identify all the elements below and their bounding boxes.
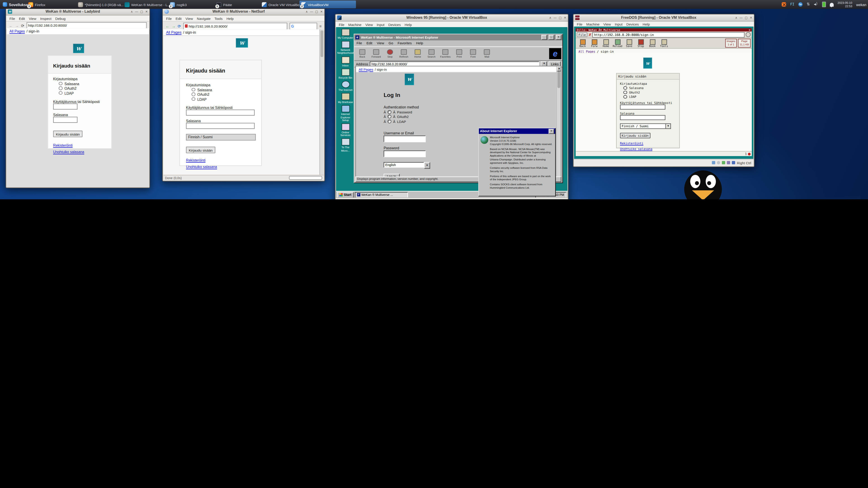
auth-method-radio[interactable]: ÂÂPassword bbox=[383, 110, 561, 113]
breadcrumb-all-pages[interactable]: All Pages bbox=[579, 50, 595, 53]
taskbar-button-gimp[interactable]: *[Nimetön]-1.0 (RGB-vä... bbox=[76, 0, 124, 8]
maximize-icon[interactable]: ▢ bbox=[745, 16, 747, 20]
menu-item[interactable]: Help bbox=[416, 41, 423, 46]
back-icon[interactable]: ← bbox=[165, 24, 169, 28]
menu-item[interactable]: Devices bbox=[388, 23, 401, 26]
ie-toolbar-button[interactable]: Stop bbox=[383, 49, 397, 58]
close-icon[interactable]: ✕ bbox=[750, 16, 752, 20]
forgot-password-link[interactable]: Unohtuiko salasana bbox=[53, 150, 106, 153]
language-select[interactable]: English ▼ bbox=[383, 162, 430, 168]
register-link[interactable]: Rekisteröinti bbox=[53, 143, 106, 147]
dillo-toolbar-button[interactable]: Reload bbox=[612, 39, 623, 47]
password-input[interactable] bbox=[383, 150, 426, 157]
dillo-toolbar-button[interactable]: Home bbox=[600, 39, 612, 47]
minimize-icon[interactable]: _ bbox=[541, 35, 547, 40]
user-menu[interactable]: wekan bbox=[856, 2, 866, 6]
start-button[interactable]: Start bbox=[337, 192, 353, 198]
ie-toolbar-button[interactable]: Home bbox=[411, 49, 425, 58]
hamburger-icon[interactable]: ≡ bbox=[319, 24, 322, 28]
username-input[interactable] bbox=[383, 135, 426, 142]
url-bar[interactable]: http://192.168.0.20:8000/sign-in bbox=[592, 32, 745, 37]
back-icon[interactable]: ← bbox=[9, 24, 13, 27]
menu-item[interactable]: File bbox=[339, 23, 344, 26]
menu-item[interactable]: File bbox=[356, 41, 362, 46]
keyboard-layout-indicator[interactable]: FI bbox=[790, 2, 795, 7]
close-icon[interactable]: ✕ bbox=[564, 16, 566, 20]
auth-method-radio[interactable]: Salasana bbox=[191, 88, 255, 92]
menu-item[interactable]: Help bbox=[226, 16, 234, 20]
notification-bell-icon[interactable] bbox=[830, 2, 834, 6]
shade-icon[interactable]: ∧ bbox=[131, 10, 133, 13]
ie-toolbar-button[interactable]: Mail bbox=[480, 49, 494, 58]
menu-item[interactable]: Edit bbox=[176, 16, 182, 20]
dillo-file-button[interactable]: File bbox=[577, 32, 587, 37]
search-icon[interactable] bbox=[746, 32, 751, 37]
shade-icon[interactable]: ∧ bbox=[306, 10, 308, 13]
menu-item[interactable]: File bbox=[166, 16, 172, 20]
auth-method-radio[interactable]: LDAP bbox=[59, 91, 106, 95]
ie-toolbar-button[interactable]: Refresh bbox=[397, 49, 411, 58]
dillo-titlebar[interactable]: Dillo: WeKan Â® Multiverse ✕ bbox=[576, 28, 752, 32]
minimize-icon[interactable]: — bbox=[310, 10, 313, 13]
username-input[interactable] bbox=[620, 105, 665, 109]
close-icon[interactable]: ✕ bbox=[320, 10, 323, 13]
url-bar[interactable]: http://192.168.0.20:8000/ bbox=[26, 22, 147, 29]
menu-item[interactable]: Machine bbox=[586, 22, 599, 26]
close-icon[interactable]: × bbox=[549, 129, 554, 133]
ie-titlebar[interactable]: e WeKan ® Multiverse - Microsoft Interne… bbox=[354, 34, 562, 40]
auth-method-radio[interactable]: LDAP bbox=[191, 97, 255, 101]
win95-desktop-icon[interactable]: Network Neighborhood bbox=[337, 41, 353, 55]
username-input[interactable] bbox=[186, 109, 255, 116]
ie-toolbar-button[interactable]: Print bbox=[452, 49, 466, 58]
minimize-icon[interactable]: — bbox=[135, 10, 138, 13]
scrollbar[interactable]: ▲ bbox=[556, 66, 561, 176]
taskbar-button-nsgtk3[interactable]: 2 nsgtk3 bbox=[168, 0, 216, 8]
auth-method-radio[interactable]: OAuth2 bbox=[59, 86, 106, 90]
ie-toolbar-button[interactable]: Forward bbox=[369, 49, 383, 58]
forgot-password-link[interactable]: Unohtuiko salasana bbox=[186, 165, 255, 168]
maximize-icon[interactable]: □ bbox=[549, 35, 554, 40]
menu-item[interactable]: Input bbox=[377, 23, 384, 26]
clock[interactable]: 2023-05-1022:53 bbox=[837, 1, 852, 8]
stop-x-icon[interactable]: ✗ bbox=[589, 33, 591, 36]
win95-desktop-icon[interactable]: The Internet bbox=[337, 81, 353, 92]
taskbar-button-firefox[interactable]: 3 Firefox bbox=[27, 0, 78, 8]
maximize-icon[interactable]: ▢ bbox=[141, 10, 143, 13]
notification-app-icon[interactable] bbox=[782, 2, 786, 7]
breadcrumb-all-pages[interactable]: All Pages bbox=[359, 67, 373, 71]
register-link[interactable]: Rekisteröinti bbox=[620, 142, 676, 145]
language-select[interactable]: Finnish / Suomi bbox=[186, 133, 256, 140]
menu-item[interactable]: File bbox=[577, 22, 583, 26]
password-input[interactable] bbox=[620, 115, 665, 120]
search-box[interactable]: G bbox=[289, 22, 317, 30]
menu-item[interactable]: Tools bbox=[215, 16, 223, 20]
volume-icon[interactable] bbox=[814, 2, 818, 7]
menu-item[interactable]: Inspect bbox=[40, 16, 52, 20]
menu-item[interactable]: Go bbox=[389, 41, 393, 46]
menu-item[interactable]: Input bbox=[615, 22, 622, 26]
titlebar[interactable]: Windows 95 [Running] - Oracle VM Virtual… bbox=[336, 14, 568, 22]
menu-item[interactable]: Help bbox=[643, 22, 650, 26]
auth-method-radio[interactable]: Salasana bbox=[623, 86, 676, 90]
username-input[interactable] bbox=[53, 103, 78, 109]
auth-method-radio[interactable]: ÂÂOAuth2 bbox=[383, 115, 561, 119]
menu-item[interactable]: Edit bbox=[366, 41, 372, 46]
titlebar[interactable]: WeKan ® Multiverse - NetSurf ∧—▢✕ bbox=[163, 8, 324, 15]
minimize-icon[interactable]: — bbox=[740, 16, 743, 20]
signin-button[interactable]: Kirjaudu sisään bbox=[186, 147, 215, 153]
win95-desktop-icon[interactable]: Inbox bbox=[337, 56, 353, 67]
taskbar-button-wekan[interactable]: WeKan ® Multiverse - L... bbox=[123, 0, 170, 8]
reload-icon[interactable]: ⟳ bbox=[21, 24, 24, 27]
taskbar-button-terminal[interactable]: 5 Pääte bbox=[215, 0, 261, 8]
close-icon[interactable]: × bbox=[556, 35, 561, 40]
ie-toolbar-button[interactable]: Favorites bbox=[438, 49, 452, 58]
ie-toolbar-button[interactable]: Search bbox=[425, 49, 438, 58]
win95-desktop-icon[interactable]: To The Micro... bbox=[337, 138, 353, 152]
close-icon[interactable]: ✕ bbox=[749, 29, 751, 31]
ie-toolbar-button[interactable]: Font bbox=[466, 49, 480, 58]
ie-toolbar-button[interactable]: Back bbox=[355, 49, 369, 58]
taskbar-task-button[interactable]: e WeKan ® Multiverse ... bbox=[355, 192, 408, 198]
titlebar[interactable]: W WeKan ® Multiverse - Ladybird ∧—▢✕ bbox=[6, 8, 149, 15]
menu-item[interactable]: View bbox=[365, 23, 373, 26]
signin-button[interactable]: Kirjaudu sisään bbox=[53, 131, 83, 137]
